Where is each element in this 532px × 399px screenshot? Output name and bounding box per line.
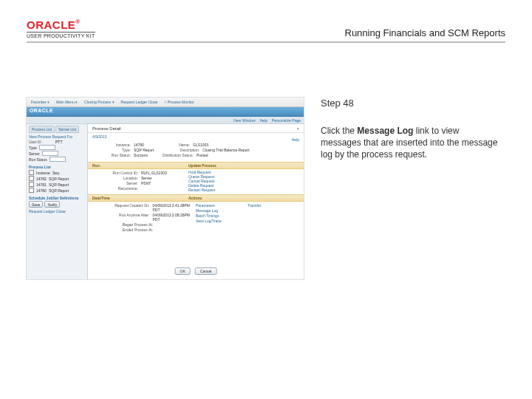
cancel-button[interactable]: Cancel (195, 267, 217, 275)
runstatus-select[interactable] (50, 157, 66, 162)
ended-label: Ended Process At: (92, 228, 153, 232)
app-brand-bar: ORACLE (27, 107, 304, 117)
cell-type: SQR Report (49, 177, 69, 181)
runctl-value: RUN_GLS1003 (141, 171, 167, 175)
runstatus-value: Success (134, 153, 148, 157)
oracle-logo-tm: ® (75, 18, 80, 25)
diststatus-value: Posted (197, 153, 208, 157)
checkbox-icon[interactable] (29, 182, 34, 187)
topmenu-item[interactable]: Main Menu ▾ (56, 100, 78, 104)
location-label: Location: (92, 176, 138, 180)
return-link[interactable]: Request Ledger Close (29, 209, 85, 214)
instruction-column: Step 48 Click the Message Log link to vi… (321, 98, 501, 161)
page-header: ORACLE® USER PRODUCTIVITY KIT Running Fi… (27, 13, 505, 43)
side-heading: View Process Request For (29, 134, 85, 139)
run-header: Run (88, 163, 184, 168)
topmenu-item[interactable]: Closing Process ▾ (84, 100, 115, 104)
util-nav-link[interactable]: New Window (233, 118, 255, 123)
reqon-label: Request Created On: (92, 203, 149, 212)
diststatus-label: Distribution Status: (155, 153, 194, 157)
save-button[interactable]: Save (29, 201, 43, 208)
action-transfer[interactable]: Transfer (248, 203, 299, 208)
desc-label: Description: (161, 148, 200, 152)
cell-instance: 14780 (36, 188, 47, 193)
cell-type: SQR Report (49, 183, 69, 187)
type-label: Type (29, 146, 37, 150)
opt-restart[interactable]: Restart Request (188, 188, 299, 192)
name-value: GLS1003 (193, 143, 208, 147)
begun-label: Began Process At: (92, 222, 153, 227)
app-util-nav: New Window Help Personalize Page (27, 117, 304, 124)
col-instance: Instance (36, 171, 50, 175)
tab-server-list[interactable]: Server List (55, 126, 79, 133)
server-select[interactable] (42, 151, 58, 156)
type-label: Type: (92, 148, 131, 152)
runstatus-label: Run Status (29, 157, 47, 162)
desc-value: Closing Trial Balance Report (202, 148, 249, 152)
run-update-header: Run Update Process (88, 162, 304, 169)
action-message-log[interactable]: Message Log (196, 208, 248, 213)
instruction-text: Click the Message Log link to view messa… (321, 125, 501, 161)
update-process-header: Update Process (184, 163, 304, 168)
oracle-logo-block: ORACLE® USER PRODUCTIVITY KIT (27, 18, 95, 38)
topmenu-item[interactable]: Favorites ▾ (31, 100, 50, 104)
grid-header-row: Instance Seq. (29, 170, 85, 175)
step-label: Step 48 (321, 98, 501, 109)
server-label: Server: (92, 181, 138, 185)
process-detail-panel: Process Detail × 4/9/2013 Help Instance:… (88, 124, 304, 279)
oracle-upk-label: USER PRODUCTIVITY KIT (27, 32, 95, 38)
checkbox-icon[interactable] (29, 188, 34, 193)
close-icon[interactable]: × (296, 126, 299, 131)
panel-title-text: Process Detail (92, 126, 121, 131)
location-value: Server (141, 176, 152, 180)
oracle-logo-text: ORACLE (27, 18, 75, 31)
runctl-label: Run Control ID: (92, 171, 138, 175)
datetime-actions-header: Date/Time Actions (88, 194, 304, 202)
oracle-logo: ORACLE® (27, 18, 95, 31)
action-view-log-trace[interactable]: View Log/Trace (196, 219, 248, 223)
notify-button[interactable]: Notify (44, 201, 60, 208)
ok-button[interactable]: OK (175, 267, 191, 275)
col-seq: Seq. (52, 171, 60, 175)
runany-label: Run Anytime After: (92, 213, 149, 222)
help-link[interactable]: Help (292, 137, 299, 142)
topmenu-item[interactable]: > Process Monitor (164, 100, 194, 104)
name-label: Name: (151, 143, 190, 147)
schedule-heading: Schedule JobSet Definitions (29, 196, 85, 200)
app-brand-logo: ORACLE (30, 108, 53, 113)
process-fields: Instance:14780 Name:GLS1003 Type:SQR Rep… (88, 140, 304, 160)
action-parameters[interactable]: Parameters (196, 203, 248, 208)
user-id-value: PTT (55, 140, 62, 144)
datetime-header: Date/Time (88, 195, 184, 201)
type-select[interactable] (39, 145, 55, 150)
app-screenshot: Favorites ▾ Main Menu ▾ Closing Process … (27, 98, 304, 279)
type-value: SQR Report (134, 148, 154, 152)
panel-date: 4/9/2013 (88, 133, 304, 140)
instruction-bold: Message Log (357, 126, 413, 136)
recurrence-label: Recurrence: (92, 186, 138, 191)
runstatus-label: Run Status: (92, 153, 131, 157)
document-title: Running Financials and SCM Reports (345, 27, 506, 38)
reqon-value: 04/09/2013 2:41:38PM PDT (152, 203, 196, 212)
server-value: PSNT (141, 181, 151, 185)
cell-type: SQR Report (49, 188, 69, 193)
app-top-menu: Favorites ▾ Main Menu ▾ Closing Process … (27, 98, 304, 107)
tab-process-list[interactable]: Process List (29, 126, 55, 133)
runany-value: 04/09/2013 2:08:26PM PDT (152, 213, 196, 222)
grid-row[interactable]: 14781SQR Report (29, 182, 85, 187)
util-nav-link[interactable]: Personalize Page (272, 118, 301, 123)
checkbox-icon[interactable] (29, 176, 34, 181)
instance-label: Instance: (92, 143, 131, 147)
cell-instance: 14781 (36, 183, 47, 187)
grid-row[interactable]: 14782SQR Report (29, 176, 85, 181)
util-nav-link[interactable]: Help (260, 118, 267, 123)
cell-instance: 14782 (36, 177, 47, 181)
topmenu-item[interactable]: Request Ledger Close (121, 100, 158, 104)
process-list-header: Process List (29, 165, 85, 169)
instance-value: 14780 (134, 143, 144, 147)
server-label: Server (29, 151, 40, 156)
checkbox-icon (29, 170, 34, 175)
process-monitor-sidebar: Process List Server List View Process Re… (27, 124, 88, 279)
grid-row[interactable]: 14780SQR Report (29, 188, 85, 193)
action-batch-timings[interactable]: Batch Timings (196, 214, 248, 218)
